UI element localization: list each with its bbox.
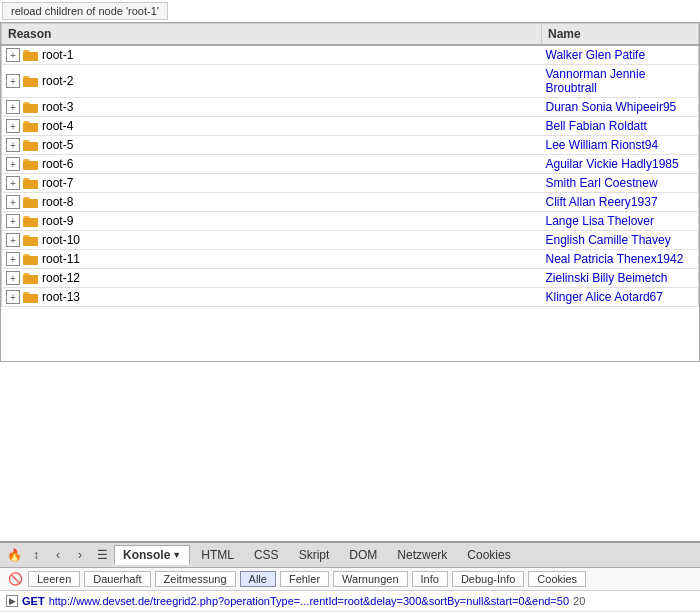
- filter-dauerhaft[interactable]: Dauerhaft: [84, 571, 150, 587]
- folder-icon: [23, 120, 39, 132]
- flame-icon-btn[interactable]: 🔥: [4, 545, 24, 565]
- log-expand-icon[interactable]: ▶: [6, 595, 18, 607]
- folder-icon: [23, 253, 39, 265]
- treegrid-scroll[interactable]: Reason Name +root-1Walker Glen Patife+ro…: [1, 23, 699, 361]
- name-cell: Duran Sonia Whipeeir95: [542, 98, 699, 117]
- svg-rect-4: [23, 142, 38, 151]
- reason-cell: +root-12: [2, 269, 542, 288]
- list-icon-btn[interactable]: ☰: [92, 545, 112, 565]
- name-cell: English Camille Thavey: [542, 231, 699, 250]
- filter-zeitmessung[interactable]: Zeitmessung: [155, 571, 236, 587]
- name-cell: Aguilar Vickie Hadly1985: [542, 155, 699, 174]
- log-url: http://www.devset.de/treegrid2.php?opera…: [49, 595, 569, 607]
- expand-button[interactable]: +: [6, 100, 20, 114]
- filter-alle[interactable]: Alle: [240, 571, 276, 587]
- reason-cell: +root-11: [2, 250, 542, 269]
- filter-clear-icon[interactable]: 🚫: [6, 570, 24, 588]
- name-cell: Klinger Alice Aotard67: [542, 288, 699, 307]
- col-name-header: Name: [542, 24, 699, 46]
- folder-icon: [23, 101, 39, 113]
- table-row[interactable]: +root-2Vannorman Jennie Broubtrall: [2, 65, 699, 98]
- svg-rect-7: [23, 199, 38, 208]
- name-cell: Bell Fabian Roldatt: [542, 117, 699, 136]
- reason-cell: +root-10: [2, 231, 542, 250]
- folder-icon: [23, 291, 39, 303]
- filter-warnungen[interactable]: Warnungen: [333, 571, 407, 587]
- node-id-label: root-2: [42, 74, 73, 88]
- table-row[interactable]: +root-1Walker Glen Patife: [2, 45, 699, 65]
- table-row[interactable]: +root-10English Camille Thavey: [2, 231, 699, 250]
- table-row[interactable]: +root-3Duran Sonia Whipeeir95: [2, 98, 699, 117]
- table-row[interactable]: +root-13Klinger Alice Aotard67: [2, 288, 699, 307]
- table-row[interactable]: +root-12Zielinski Billy Beimetch: [2, 269, 699, 288]
- folder-icon: [23, 234, 39, 246]
- table-row[interactable]: +root-8Clift Allan Reery1937: [2, 193, 699, 212]
- expand-button[interactable]: +: [6, 157, 20, 171]
- expand-button[interactable]: +: [6, 252, 20, 266]
- expand-button[interactable]: +: [6, 119, 20, 133]
- table-row[interactable]: +root-4Bell Fabian Roldatt: [2, 117, 699, 136]
- tab-dom[interactable]: DOM: [340, 545, 386, 565]
- expand-button[interactable]: +: [6, 195, 20, 209]
- node-id-label: root-13: [42, 290, 80, 304]
- log-suffix: 20: [573, 595, 585, 607]
- svg-rect-6: [23, 180, 38, 189]
- name-cell: Smith Earl Coestnew: [542, 174, 699, 193]
- name-cell: Lange Lisa Thelover: [542, 212, 699, 231]
- filter-fehler[interactable]: Fehler: [280, 571, 329, 587]
- devtools-panel: 🔥 ↕ ‹ › ☰ Konsole ▼ HTML CSS Skript DOM …: [0, 541, 700, 612]
- reason-cell: +root-9: [2, 212, 542, 231]
- filter-cookies[interactable]: Cookies: [528, 571, 586, 587]
- node-id-label: root-8: [42, 195, 73, 209]
- filter-info[interactable]: Info: [412, 571, 448, 587]
- node-id-label: root-5: [42, 138, 73, 152]
- expand-button[interactable]: +: [6, 214, 20, 228]
- tooltip-bar: reload children of node 'root-1': [0, 0, 700, 22]
- svg-rect-3: [23, 123, 38, 132]
- svg-rect-5: [23, 161, 38, 170]
- tab-css[interactable]: CSS: [245, 545, 288, 565]
- treegrid-container: Reason Name +root-1Walker Glen Patife+ro…: [0, 22, 700, 362]
- name-cell: Clift Allan Reery1937: [542, 193, 699, 212]
- svg-rect-2: [23, 104, 38, 113]
- table-row[interactable]: +root-7Smith Earl Coestnew: [2, 174, 699, 193]
- expand-button[interactable]: +: [6, 290, 20, 304]
- cursor-icon-btn[interactable]: ↕: [26, 545, 46, 565]
- tab-html[interactable]: HTML: [192, 545, 243, 565]
- expand-button[interactable]: +: [6, 176, 20, 190]
- svg-rect-0: [23, 52, 38, 61]
- table-row[interactable]: +root-11Neal Patricia Thenex1942: [2, 250, 699, 269]
- tab-cookies[interactable]: Cookies: [458, 545, 519, 565]
- folder-icon: [23, 215, 39, 227]
- filter-debug-info[interactable]: Debug-Info: [452, 571, 524, 587]
- tab-netzwerk[interactable]: Netzwerk: [388, 545, 456, 565]
- node-id-label: root-10: [42, 233, 80, 247]
- tab-skript[interactable]: Skript: [290, 545, 339, 565]
- expand-button[interactable]: +: [6, 74, 20, 88]
- expand-button[interactable]: +: [6, 138, 20, 152]
- node-id-label: root-9: [42, 214, 73, 228]
- filter-leeren[interactable]: Leeren: [28, 571, 80, 587]
- reason-cell: +root-5: [2, 136, 542, 155]
- folder-icon: [23, 177, 39, 189]
- reason-cell: +root-3: [2, 98, 542, 117]
- expand-button[interactable]: +: [6, 233, 20, 247]
- reason-cell: +root-1: [2, 45, 542, 65]
- svg-rect-9: [23, 237, 38, 246]
- table-row[interactable]: +root-6Aguilar Vickie Hadly1985: [2, 155, 699, 174]
- console-log-entry: ▶ GET http://www.devset.de/treegrid2.php…: [0, 591, 700, 612]
- tab-konsole[interactable]: Konsole ▼: [114, 545, 190, 565]
- reason-cell: +root-4: [2, 117, 542, 136]
- name-cell: Zielinski Billy Beimetch: [542, 269, 699, 288]
- table-row[interactable]: +root-9Lange Lisa Thelover: [2, 212, 699, 231]
- table-row[interactable]: +root-5Lee William Rionst94: [2, 136, 699, 155]
- expand-button[interactable]: +: [6, 48, 20, 62]
- folder-icon: [23, 272, 39, 284]
- node-id-label: root-7: [42, 176, 73, 190]
- expand-button[interactable]: +: [6, 271, 20, 285]
- back-btn[interactable]: ‹: [48, 545, 68, 565]
- svg-rect-1: [23, 78, 38, 87]
- name-cell: Neal Patricia Thenex1942: [542, 250, 699, 269]
- forward-btn[interactable]: ›: [70, 545, 90, 565]
- log-method: GET: [22, 595, 45, 607]
